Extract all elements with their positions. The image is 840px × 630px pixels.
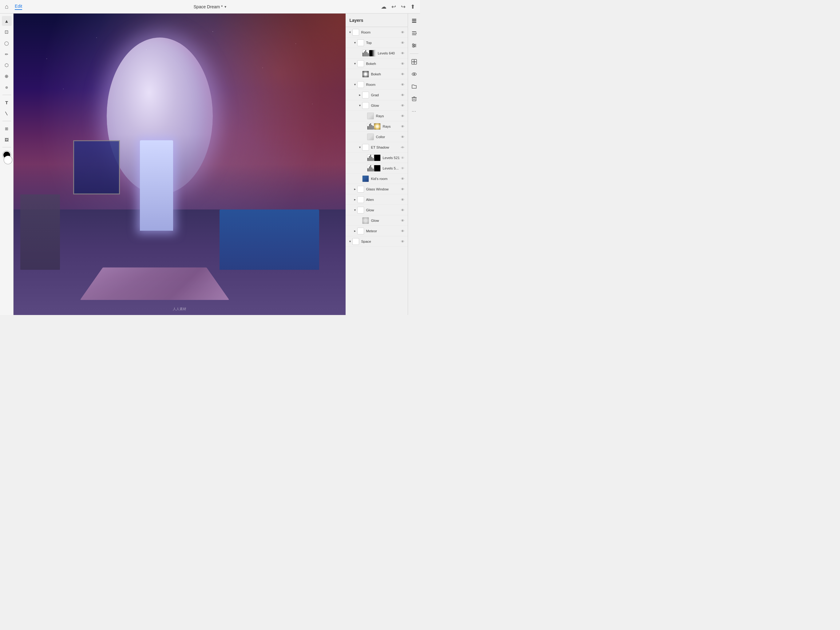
line-tool[interactable]: / (2, 109, 12, 119)
layer-visibility-icon[interactable]: 👁 (400, 51, 405, 56)
layer-name: Meteor (366, 229, 400, 233)
menu-item-edit[interactable]: Edit (15, 4, 22, 10)
layer-visibility-icon[interactable]: 👁 (400, 218, 405, 223)
layer-visibility-icon[interactable]: 👁 (400, 30, 405, 35)
doc-dropdown-icon[interactable]: ▾ (224, 5, 226, 9)
layer-visibility-icon[interactable]: 👁 (400, 176, 405, 182)
layer-thumb-preview (374, 123, 381, 130)
transform-tool[interactable]: ⊡ (2, 27, 12, 37)
layer-arrow[interactable] (353, 187, 357, 191)
share-icon[interactable]: ⬆ (411, 3, 415, 10)
select-tool[interactable]: ▲ (2, 16, 12, 26)
lasso-tool[interactable]: ◯ (2, 38, 12, 48)
layer-thumb (352, 29, 359, 36)
redo-icon[interactable]: ↪ (401, 3, 406, 10)
layer-visibility-icon[interactable]: 👁 (400, 239, 405, 244)
layer-arrow[interactable] (348, 30, 352, 34)
layer-visibility-icon[interactable]: 👁 (400, 92, 405, 98)
layer-item[interactable]: Levels 640 👁 (346, 48, 408, 59)
layer-name: Space (361, 240, 400, 243)
properties-icon[interactable] (409, 28, 419, 38)
layers-list[interactable]: Room 👁 Top 👁 (346, 27, 408, 315)
layer-visibility-icon[interactable]: 👁 (400, 71, 405, 77)
layer-name: Rays (376, 114, 400, 118)
layer-visibility-icon[interactable]: 👁 (400, 197, 405, 203)
layer-item[interactable]: Room 👁 (346, 27, 408, 38)
foreground-color[interactable] (4, 156, 12, 164)
layer-visibility-icon[interactable]: 👁 (400, 134, 405, 140)
layer-thumb (357, 186, 364, 193)
delete-layer-icon[interactable] (409, 94, 419, 104)
layer-thumb (362, 144, 369, 151)
adjustments-icon[interactable] (409, 41, 419, 51)
layer-name: Levels 521 (382, 156, 400, 160)
clone-tool[interactable]: ⊕ (2, 71, 12, 81)
folder-icon[interactable] (409, 82, 419, 91)
svg-point-11 (414, 45, 415, 46)
layer-arrow[interactable] (353, 83, 357, 86)
layer-name: Levels 640 (377, 51, 400, 55)
top-bar-center: Space Dream * ▾ (194, 4, 227, 9)
tool-separator-2 (2, 121, 11, 121)
layer-visibility-icon[interactable]: 👁 (400, 113, 405, 119)
layer-visibility-icon[interactable]: 👁 (400, 228, 405, 234)
layer-arrow[interactable] (353, 229, 357, 233)
layer-visibility-icon[interactable]: 👁 (400, 166, 405, 171)
image-tool[interactable]: 🖼 (2, 135, 12, 144)
layer-visibility-icon[interactable]: 👁 (400, 123, 405, 129)
layer-visibility-icon[interactable]: 👁 (400, 144, 405, 150)
layer-arrow[interactable] (358, 104, 362, 108)
layer-visibility-icon[interactable]: 👁 (400, 40, 405, 46)
layer-item[interactable]: Glass Window 👁 (346, 184, 408, 195)
layer-item[interactable]: Top 👁 (346, 38, 408, 48)
layer-item[interactable]: Room 👁 (346, 79, 408, 90)
layer-item[interactable]: Bokeh 👁 (346, 59, 408, 69)
home-button[interactable]: ⌂ (5, 3, 9, 10)
layer-item[interactable]: Glow 👁 (346, 205, 408, 215)
layer-visibility-icon[interactable]: 👁 (400, 82, 405, 87)
layer-item[interactable]: Kid's room 👁 (346, 174, 408, 184)
layer-visibility-icon[interactable]: 👁 (400, 103, 405, 108)
layer-visibility-icon[interactable]: 👁 (400, 155, 405, 161)
svg-point-10 (413, 44, 414, 45)
visibility-icon[interactable] (409, 69, 419, 79)
cloud-icon[interactable]: ☁ (381, 3, 387, 10)
layer-arrow[interactable] (358, 93, 362, 97)
tool-separator-1 (2, 95, 11, 95)
layer-arrow[interactable] (353, 208, 357, 212)
layer-item[interactable]: Alien 👁 (346, 195, 408, 205)
layer-item[interactable]: Bokeh 👁 (346, 69, 408, 79)
layer-item[interactable]: ET Shadow 👁 (346, 142, 408, 153)
layer-arrow[interactable] (353, 41, 357, 44)
layer-name: Glass Window (366, 187, 400, 191)
svg-rect-6 (415, 33, 417, 34)
undo-icon[interactable]: ↩ (392, 3, 396, 10)
layer-item[interactable]: Meteor 👁 (346, 226, 408, 236)
smart-object-tool[interactable]: ⊞ (2, 123, 12, 133)
layer-item[interactable]: Levels 521 👁 (346, 153, 408, 163)
brush-tool[interactable]: ✏ (2, 49, 12, 59)
layer-arrow[interactable] (353, 198, 357, 201)
transform-icon: ⊡ (5, 29, 9, 35)
add-layer-icon[interactable] (409, 57, 419, 67)
layer-arrow[interactable] (353, 62, 357, 65)
layer-item[interactable]: Collor 👁 (346, 131, 408, 142)
layer-item[interactable]: Glow 👁 (346, 215, 408, 226)
layer-visibility-icon[interactable]: 👁 (400, 207, 405, 213)
layer-visibility-icon[interactable]: 👁 (400, 61, 405, 66)
layer-item[interactable]: Space 👁 (346, 236, 408, 247)
layer-arrow[interactable] (358, 146, 362, 149)
eraser-tool[interactable]: ⬡ (2, 60, 12, 70)
layer-item[interactable]: Rays 👁 (346, 121, 408, 131)
layer-thumb (357, 196, 364, 203)
layer-arrow[interactable] (348, 240, 352, 243)
more-options-icon[interactable]: ··· (409, 106, 419, 116)
layer-item[interactable]: Rays 👁 (346, 111, 408, 121)
layer-item[interactable]: Grad 👁 (346, 90, 408, 100)
text-tool[interactable]: T (2, 98, 12, 108)
layer-item[interactable]: Glow 👁 (346, 100, 408, 111)
layer-visibility-icon[interactable]: 👁 (400, 187, 405, 192)
layers-panel-icon[interactable] (409, 16, 419, 26)
heal-tool[interactable]: ⊛ (2, 82, 12, 92)
layer-item[interactable]: Levels 5... 👁 (346, 163, 408, 174)
